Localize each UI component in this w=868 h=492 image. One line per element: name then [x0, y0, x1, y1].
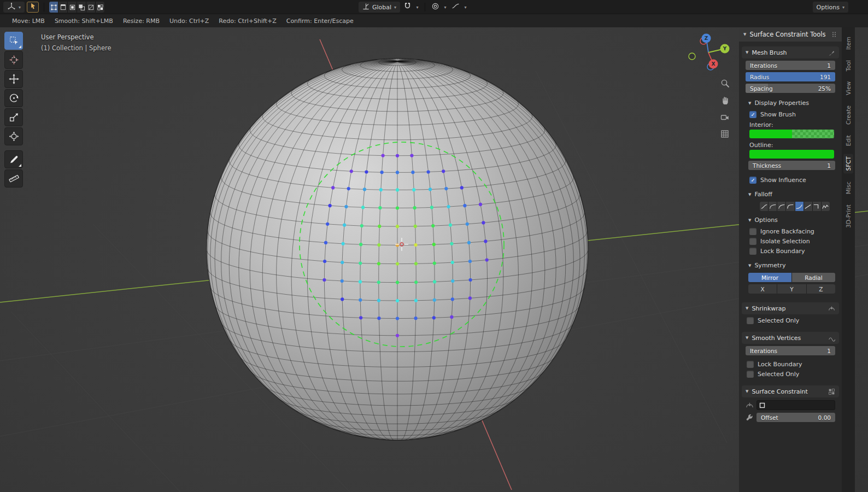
hint-text: Resize: RMB [123, 17, 160, 25]
sidebar-tab-item[interactable]: Item [843, 34, 853, 52]
viewport-3d[interactable]: User Perspective (1) Collection | Sphere… [0, 27, 868, 492]
scale-tool-button[interactable] [4, 108, 23, 126]
thickness-slider[interactable]: Thickness 1 [748, 161, 835, 170]
select-mode-island-button[interactable] [77, 2, 86, 13]
sidebar-tab-edit[interactable]: Edit [843, 132, 853, 149]
falloff-sphere-button[interactable] [769, 202, 777, 211]
navigation-gizmo[interactable]: ZYX [687, 31, 730, 74]
falloff-random-button[interactable] [822, 202, 830, 211]
chevron-down-icon: ▾ [19, 5, 21, 10]
orthographic-button[interactable] [718, 127, 731, 140]
select-mode-xray-button[interactable] [86, 2, 95, 13]
ignore-backfacing-checkbox[interactable]: Ignore Backfacing [749, 228, 834, 235]
shrinkwrap-header[interactable]: ▼ Shrinkwrap [742, 302, 839, 314]
move-tool-button[interactable] [4, 70, 23, 88]
smooth-iterations-slider[interactable]: Iterations 1 [746, 346, 835, 355]
measure-tool-button[interactable] [4, 169, 23, 188]
falloff-options-chevron[interactable]: ▾ [462, 2, 468, 13]
hint-text: Redo: Ctrl+Shift+Z [219, 17, 276, 25]
falloff-smooth-button[interactable] [760, 202, 768, 211]
magnet-icon [403, 2, 412, 12]
snap-magnet-button[interactable] [402, 2, 413, 13]
proportional-options-dropdown[interactable]: ▾ [442, 2, 448, 13]
collapse-arrow-icon: ▼ [748, 192, 751, 197]
falloff-sharp-button[interactable] [795, 202, 804, 211]
snap-options-dropdown[interactable]: ▾ [414, 2, 420, 13]
outline-color-swatch[interactable] [749, 150, 834, 159]
select-mode-edge-button[interactable] [58, 2, 67, 13]
pan-button[interactable] [718, 93, 731, 107]
smooth-icon [828, 335, 835, 342]
checkbox-box[interactable] [747, 361, 754, 368]
symmetry-header[interactable]: ▼ Symmetry [744, 257, 839, 271]
sidebar-tab-misc[interactable]: Misc [843, 179, 853, 197]
iterations-slider[interactable]: Iterations 1 [746, 61, 835, 70]
collapse-arrow-icon: ▼ [743, 32, 746, 37]
offset-slider[interactable]: Offset 0.00 [756, 413, 835, 422]
sidebar-tab-tool[interactable]: Tool [843, 57, 853, 74]
shrinkwrap-selected-only-checkbox[interactable]: Selected Only [747, 317, 834, 324]
spacing-slider[interactable]: Spacing 25% [746, 84, 835, 93]
target-object-field[interactable] [756, 400, 835, 410]
symmetry-y-button[interactable]: Y [777, 284, 806, 294]
cursor-tool-button[interactable] [4, 51, 23, 69]
checkbox-box[interactable] [749, 238, 756, 245]
sidebar-tab-view[interactable]: View [843, 79, 853, 98]
orientation-dropdown[interactable]: Global ▾ [359, 2, 400, 13]
show-influence-checkbox[interactable]: ✓ Show Influence [749, 177, 834, 184]
isolate-selection-checkbox[interactable]: Isolate Selection [749, 238, 834, 245]
radius-slider[interactable]: Radius 191 [746, 72, 835, 81]
smooth-vertices-header[interactable]: ▼ Smooth Vertices [742, 332, 839, 344]
interior-color-swatch[interactable] [749, 130, 834, 138]
outline-label: Outline: [749, 142, 834, 149]
sidebar-tab-create[interactable]: Create [843, 103, 853, 127]
grip-icon[interactable] [831, 31, 837, 38]
select-mode-face-button[interactable] [68, 2, 77, 13]
zoom-button[interactable] [718, 77, 731, 90]
checkbox-box[interactable] [749, 248, 756, 255]
camera-button[interactable] [718, 110, 731, 124]
falloff-dropdown[interactable] [450, 2, 461, 13]
surface-constraint-header[interactable]: ▼ Surface Constraint [742, 385, 839, 397]
slider-value: 1 [827, 62, 831, 69]
select-mode-vertex-button[interactable] [49, 2, 58, 13]
checkbox-box[interactable]: ✓ [749, 111, 756, 118]
symmetry-z-button[interactable]: Z [807, 284, 835, 294]
radial-button[interactable]: Radial [792, 273, 835, 282]
show-brush-checkbox[interactable]: ✓ Show Brush [749, 111, 834, 118]
sidebar-tab-sfct[interactable]: SFCT [843, 154, 853, 173]
mirror-button[interactable]: Mirror [748, 273, 791, 282]
options-header[interactable]: ▼ Options [744, 212, 839, 225]
svg-text:Y: Y [723, 46, 727, 51]
symmetry-x-button[interactable]: X [748, 284, 777, 294]
transform-tool-button[interactable] [4, 127, 23, 145]
slider-label: Radius [750, 74, 769, 80]
checkbox-box[interactable] [747, 317, 754, 324]
proportional-editing-button[interactable] [430, 2, 441, 13]
editor-type-button[interactable]: ▾ [3, 2, 25, 13]
falloff-inverse-square-button[interactable] [786, 202, 794, 211]
checkbox-box[interactable] [747, 371, 754, 378]
select-mode-grid-button[interactable] [96, 2, 104, 13]
box-select-tool-button[interactable] [4, 32, 23, 50]
checkbox-box[interactable] [749, 228, 756, 235]
falloff-linear-button[interactable] [804, 202, 812, 211]
annotate-tool-button[interactable] [4, 150, 23, 168]
panel-header[interactable]: ▼ Surface Constraint Tools [739, 27, 842, 42]
smooth-selected-only-checkbox[interactable]: Selected Only [747, 371, 834, 378]
options-dropdown[interactable]: Options ▾ [813, 2, 848, 13]
smooth-lock-boundary-checkbox[interactable]: Lock Boundary [747, 361, 834, 368]
active-tool-button[interactable] [27, 2, 39, 13]
viewport-canvas[interactable] [0, 27, 868, 492]
collapse-arrow-icon: ▼ [748, 218, 751, 222]
mesh-brush-header[interactable]: ▼ Mesh Brush [742, 46, 839, 58]
rotate-tool-button[interactable] [4, 89, 23, 107]
falloff-root-button[interactable] [777, 202, 785, 211]
falloff-constant-button[interactable] [813, 202, 821, 211]
lock-boundary-checkbox[interactable]: Lock Boundary [749, 248, 834, 255]
falloff-header[interactable]: ▼ Falloff [744, 186, 839, 200]
sidebar-tab-3d-print[interactable]: 3D-Print [843, 202, 853, 231]
mesh-brush-title: Mesh Brush [752, 49, 787, 56]
checkbox-box[interactable]: ✓ [749, 177, 756, 184]
display-properties-header[interactable]: ▼ Display Properties [744, 95, 839, 108]
